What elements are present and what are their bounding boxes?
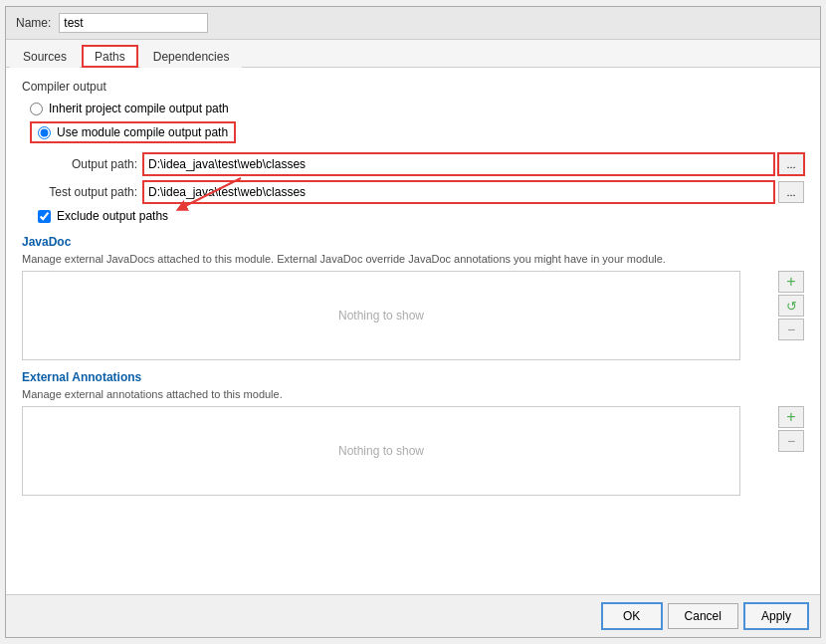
external-annotations-section: External Annotations Manage external ann… (22, 370, 804, 496)
tab-content: Compiler output Inherit project compile … (6, 68, 820, 594)
external-annotations-list: Nothing to show (22, 406, 740, 496)
test-output-browse-button[interactable]: ... (778, 181, 804, 203)
exclude-row: Exclude output paths (38, 209, 804, 223)
external-annotations-empty-text: Nothing to show (338, 444, 424, 458)
inherit-radio[interactable] (30, 103, 43, 115)
external-annotations-add-button[interactable]: + (778, 406, 804, 428)
path-rows: Output path: ... Test output path: ... (22, 153, 804, 203)
javadoc-list: Nothing to show (22, 271, 740, 360)
javadoc-section: JavaDoc Manage external JavaDocs attache… (22, 235, 804, 360)
javadoc-remove-button[interactable]: − (778, 319, 804, 340)
javadoc-title: JavaDoc (22, 235, 804, 249)
test-output-input-wrap (143, 181, 774, 203)
ok-button[interactable]: OK (602, 603, 662, 629)
tab-paths[interactable]: Paths (82, 45, 138, 68)
tabs-bar: Sources Paths Dependencies (6, 40, 820, 68)
test-output-path-row: Test output path: ... (38, 181, 804, 203)
output-path-browse-button[interactable]: ... (778, 153, 804, 175)
test-output-label: Test output path: (38, 185, 137, 199)
name-input[interactable] (59, 13, 208, 33)
apply-button[interactable]: Apply (744, 603, 808, 629)
compiler-output-title: Compiler output (22, 80, 804, 94)
exclude-checkbox[interactable] (38, 210, 51, 223)
output-path-input[interactable] (143, 153, 774, 175)
tab-dependencies[interactable]: Dependencies (140, 45, 243, 68)
test-output-input[interactable] (143, 181, 774, 203)
external-annotations-title: External Annotations (22, 370, 804, 384)
javadoc-reset-button[interactable]: ↺ (778, 295, 804, 317)
cancel-button[interactable]: Cancel (668, 603, 738, 629)
name-label: Name: (16, 16, 51, 30)
tab-sources[interactable]: Sources (10, 45, 80, 68)
javadoc-desc: Manage external JavaDocs attached to thi… (22, 253, 804, 265)
inherit-option[interactable]: Inherit project compile output path (30, 102, 804, 115)
output-path-label: Output path: (38, 157, 137, 171)
external-annotations-remove-button[interactable]: − (778, 430, 804, 452)
javadoc-add-button[interactable]: + (778, 271, 804, 293)
use-module-label: Use module compile output path (57, 125, 228, 139)
external-annotations-desc: Manage external annotations attached to … (22, 388, 804, 400)
module-settings-dialog: Name: Sources Paths Dependencies Compile… (5, 6, 821, 638)
output-path-input-wrap (143, 153, 774, 175)
use-module-radio[interactable] (38, 126, 51, 139)
dialog-footer: OK Cancel Apply (6, 594, 820, 637)
dialog-header: Name: (6, 7, 820, 40)
javadoc-empty-text: Nothing to show (338, 309, 424, 322)
javadoc-side-buttons: + ↺ − (778, 271, 804, 340)
exclude-label: Exclude output paths (57, 209, 168, 223)
compiler-output-options: Inherit project compile output path Use … (30, 102, 804, 143)
external-annotations-side-buttons: + − (778, 406, 804, 452)
output-path-row: Output path: ... (38, 153, 804, 175)
inherit-label: Inherit project compile output path (49, 102, 229, 115)
use-module-option[interactable]: Use module compile output path (30, 121, 804, 143)
